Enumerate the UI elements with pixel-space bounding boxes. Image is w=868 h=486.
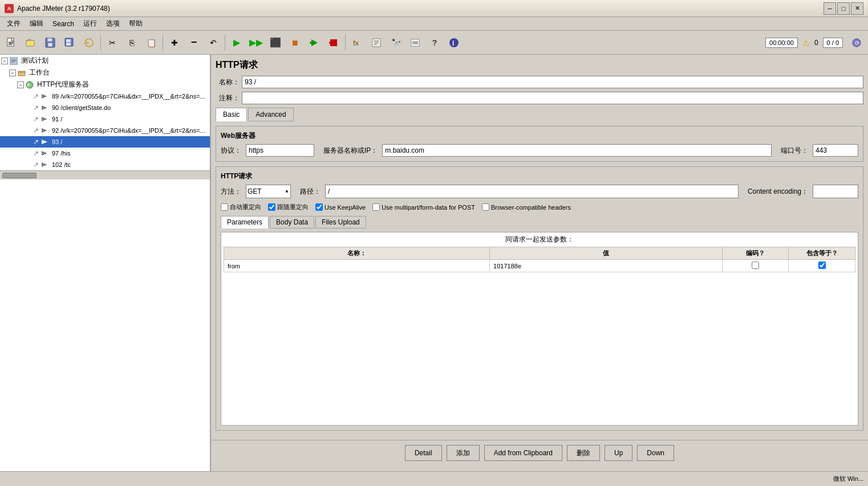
toolbar-start-btn[interactable]: ▶ [228, 34, 246, 52]
toolbar-save-btn[interactable] [41, 34, 59, 52]
svg-rect-8 [48, 43, 52, 47]
toolbar-remote-start-btn[interactable] [305, 34, 323, 52]
server-name-input[interactable] [382, 144, 772, 157]
checkbox-multipart[interactable] [372, 203, 380, 211]
toolbar-shutdown-btn[interactable]: ⏹ [286, 34, 304, 52]
sub-tab-body-data[interactable]: Body Data [270, 216, 314, 228]
toolbar-open-btn[interactable] [22, 34, 40, 52]
add-from-clipboard-button[interactable]: Add from Clipboard [484, 445, 562, 461]
tree-expand-http-proxy[interactable]: − [17, 81, 24, 88]
sub-tab-parameters[interactable]: Parameters [221, 216, 269, 228]
menu-options[interactable]: 选项 [102, 18, 124, 30]
toolbar-right: 00:00:00 ⚠ 0 0 / 0 ⟳ [765, 34, 866, 52]
tree-node-workbench[interactable]: − 工作台 [0, 67, 210, 79]
svg-marker-45 [42, 162, 47, 167]
menu-run[interactable]: 运行 [79, 18, 102, 30]
name-input[interactable] [242, 76, 863, 88]
menu-help[interactable]: 帮助 [124, 18, 147, 30]
detail-button[interactable]: Detail [405, 445, 442, 461]
toolbar-remove-btn[interactable]: − [185, 34, 203, 52]
menu-edit[interactable]: 编辑 [25, 18, 48, 30]
checkbox-follow-redirect-label[interactable]: 跟随重定向 [268, 203, 309, 211]
toolbar-function-btn[interactable]: fx [348, 34, 366, 52]
delete-button[interactable]: 删除 [567, 445, 600, 461]
tree-node-http-proxy[interactable]: − P HTTP代理服务器 [0, 79, 210, 91]
checkbox-multipart-text: Use multipart/form-data for POST [382, 204, 475, 211]
path-label: 路径： [300, 187, 321, 197]
tree-node-req-89[interactable]: ↗ 89 /v/k=2070055&p=7CiHu&dx=__IPDX__&rt… [0, 91, 210, 102]
tree-node-test-plan[interactable]: − 测试计划 [0, 55, 210, 67]
toolbar-clear-btn[interactable]: ↶ [204, 34, 222, 52]
app-icon: A [5, 4, 14, 13]
checkbox-multipart-label[interactable]: Use multipart/form-data for POST [372, 203, 475, 211]
server-name-label: 服务器名称或IP： [323, 146, 378, 156]
restore-button[interactable]: □ [837, 2, 850, 15]
tree-label-req-91: 91 / [52, 116, 62, 122]
tree-node-req-90[interactable]: ↗ 90 /client/getState.do [0, 102, 210, 113]
col-header-value: 值 [490, 247, 723, 260]
toolbar-templates-btn[interactable] [367, 34, 386, 52]
req-93-icon [40, 137, 49, 146]
up-button[interactable]: Up [605, 445, 632, 461]
encoding-input[interactable] [813, 185, 858, 198]
protocol-label: 协议： [221, 146, 241, 156]
comment-input[interactable] [242, 92, 863, 104]
path-input[interactable] [325, 185, 739, 198]
tree-node-req-97[interactable]: ↗ 97 /his [0, 148, 210, 159]
toolbar-about-btn[interactable]: i [445, 34, 463, 52]
toolbar-stop-btn[interactable]: ⬛ [266, 34, 285, 52]
add-button[interactable]: 添加 [447, 445, 480, 461]
menu-search[interactable]: Search [48, 19, 79, 29]
tree-expand-workbench[interactable]: − [9, 70, 16, 76]
toolbar-search-btn[interactable]: 🔭 [387, 34, 405, 52]
req-93-arrow: ↗ [33, 138, 39, 146]
toolbar-paste-btn[interactable]: 📋 [142, 34, 160, 52]
checkbox-redirect[interactable] [221, 203, 228, 211]
menu-file[interactable]: 文件 [2, 18, 25, 30]
server-row: 协议： 服务器名称或IP： 端口号： [221, 144, 858, 157]
svg-point-13 [85, 39, 93, 47]
method-select[interactable]: GET POST PUT DELETE HEAD OPTIONS PATCH [246, 185, 291, 198]
tab-basic[interactable]: Basic [216, 108, 247, 121]
sub-tab-files-upload[interactable]: Files Upload [315, 216, 366, 228]
tree-node-req-93[interactable]: ↗ 93 / [0, 136, 210, 148]
tree-expand-test-plan[interactable]: − [1, 58, 8, 64]
checkbox-keepalive-label[interactable]: Use KeepAlive [315, 203, 366, 211]
toolbar-remote-clear-btn[interactable]: ⟳ [847, 34, 866, 52]
toolbar-help-btn[interactable]: ? [425, 34, 444, 52]
checkbox-browser-label[interactable]: Browser-compatible headers [482, 203, 571, 211]
hscroll-thumb[interactable] [2, 173, 36, 178]
toolbar-revert-btn[interactable] [80, 34, 98, 52]
tab-advanced[interactable]: Advanced [248, 108, 293, 121]
checkbox-redirect-text: 自动重定向 [230, 203, 261, 211]
name-row: 名称： [216, 76, 863, 88]
checkbox-follow-redirect[interactable] [268, 203, 275, 211]
left-panel-hscroll[interactable] [0, 170, 210, 179]
tree-label-req-89: 89 /v/k=2070055&p=7CiHu&dx=__IPDX__&rt=2… [52, 93, 205, 100]
toolbar-cut-btn[interactable]: ✂ [103, 34, 121, 52]
http-request-section: HTTP请求 方法： GET POST PUT DELETE HEAD OPTI… [216, 166, 863, 431]
param-contains-cell [789, 260, 855, 272]
toolbar-save-all-btn[interactable] [60, 34, 79, 52]
toolbar-remote-stop-btn[interactable] [325, 34, 343, 52]
port-input[interactable] [813, 144, 858, 157]
tree-node-req-91[interactable]: ↗ 91 / [0, 113, 210, 125]
checkbox-redirect-label[interactable]: 自动重定向 [221, 203, 261, 211]
tree-node-req-102[interactable]: ↗ 102 /tc [0, 159, 210, 170]
toolbar-copy-btn[interactable]: ⎘ [123, 34, 141, 52]
right-panel: HTTP请求 名称： 注释： Basic Advanced Web服务器 协议： [211, 55, 868, 471]
tree-node-req-92[interactable]: ↗ 92 /v/k=2070055&p=7CiHu&dx=__IPDX__&rt… [0, 125, 210, 136]
toolbar-add-btn[interactable]: ✚ [165, 34, 184, 52]
param-encode-checkbox[interactable] [752, 262, 759, 269]
param-contains-checkbox[interactable] [818, 262, 826, 269]
protocol-input[interactable] [246, 144, 314, 157]
minimize-button[interactable]: ─ [824, 2, 836, 15]
table-row: from 1017188e [224, 260, 855, 272]
close-button[interactable]: ✕ [851, 2, 863, 15]
toolbar-log-btn[interactable] [406, 34, 424, 52]
toolbar-new-btn[interactable] [2, 34, 21, 52]
down-button[interactable]: Down [637, 445, 674, 461]
checkbox-keepalive[interactable] [315, 203, 323, 211]
checkbox-browser[interactable] [482, 203, 489, 211]
toolbar-start-nopause-btn[interactable]: ▶▶ [247, 34, 265, 52]
